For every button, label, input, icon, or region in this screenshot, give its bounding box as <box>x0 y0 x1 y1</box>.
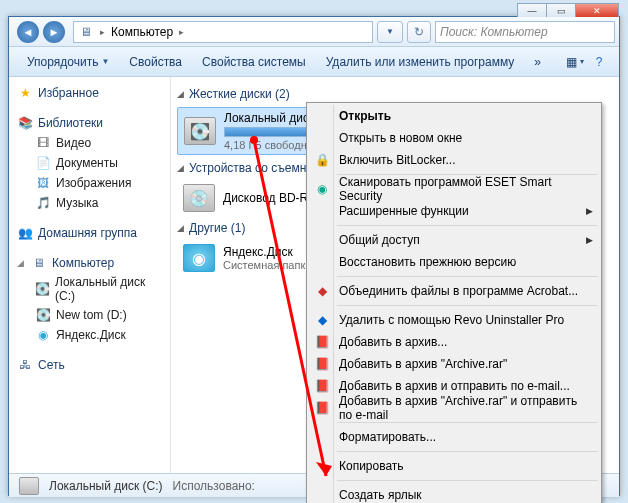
view-options-button[interactable]: ▦▾ <box>563 47 587 76</box>
drive-subtype: Системная папка <box>223 259 312 271</box>
chevron-right-icon: ▸ <box>98 27 107 37</box>
refresh-button[interactable]: ↻ <box>407 21 431 43</box>
computer-icon: 🖥 <box>31 255 47 271</box>
ctx-archive-rar-email[interactable]: 📕Добавить в архив "Archive.rar" и отправ… <box>309 397 599 419</box>
ctx-acrobat-combine[interactable]: ◆Объединить файлы в программе Acrobat... <box>309 280 599 302</box>
sidebar-item-pictures[interactable]: 🖼Изображения <box>9 173 170 193</box>
archive-icon: 📕 <box>314 334 330 350</box>
properties-button[interactable]: Свойства <box>119 47 192 76</box>
eset-icon: ◉ <box>314 181 330 197</box>
status-used-label: Использовано: <box>173 479 255 493</box>
yandex-disk-icon: ◉ <box>35 327 51 343</box>
picture-icon: 🖼 <box>35 175 51 191</box>
ctx-create-shortcut[interactable]: Создать ярлык <box>309 484 599 503</box>
collapse-icon: ◢ <box>177 163 184 173</box>
network-header[interactable]: 🖧Сеть <box>9 355 170 375</box>
sidebar-item-videos[interactable]: 🎞Видео <box>9 133 170 153</box>
submenu-arrow-icon: ▶ <box>586 235 593 245</box>
ctx-open[interactable]: Открыть <box>309 105 599 127</box>
revo-icon: ◆ <box>314 312 330 328</box>
window-controls: — ▭ ✕ <box>518 3 619 17</box>
disk-icon: 💽 <box>184 117 216 145</box>
ctx-share[interactable]: Общий доступ▶ <box>309 229 599 251</box>
collapse-icon: ◢ <box>17 258 26 268</box>
minimize-button[interactable]: — <box>517 3 547 17</box>
address-dropdown[interactable]: ▼ <box>377 21 403 43</box>
collapse-icon: ◢ <box>177 89 184 99</box>
libraries-header[interactable]: 📚Библиотеки <box>9 113 170 133</box>
submenu-arrow-icon: ▶ <box>586 206 593 216</box>
toolbar-overflow[interactable]: » <box>524 47 551 76</box>
ctx-copy[interactable]: Копировать <box>309 455 599 477</box>
favorites-header[interactable]: ★Избранное <box>9 83 170 103</box>
navigation-bar: ◄ ► 🖥 ▸ Компьютер ▸ ▼ ↻ Поиск: Компьютер <box>9 17 619 47</box>
search-input[interactable]: Поиск: Компьютер <box>435 21 615 43</box>
status-drive-name: Локальный диск (С:) <box>49 479 163 493</box>
maximize-button[interactable]: ▭ <box>546 3 576 17</box>
ctx-add-archive[interactable]: 📕Добавить в архив... <box>309 331 599 353</box>
search-placeholder: Поиск: Компьютер <box>440 25 548 39</box>
disk-icon: 💽 <box>35 307 51 323</box>
drive-name: Яндекс.Диск <box>223 245 312 259</box>
library-icon: 📚 <box>17 115 33 131</box>
back-button[interactable]: ◄ <box>17 21 39 43</box>
sidebar-item-new-tom-d[interactable]: 💽New tom (D:) <box>9 305 170 325</box>
chevron-right-icon: ▸ <box>177 27 186 37</box>
yandex-disk-icon: ◉ <box>183 244 215 272</box>
breadcrumb-computer[interactable]: Компьютер <box>111 25 173 39</box>
collapse-icon: ◢ <box>177 223 184 233</box>
ctx-bitlocker[interactable]: 🔒Включить BitLocker... <box>309 149 599 171</box>
command-bar: Упорядочить▼ Свойства Свойства системы У… <box>9 47 619 77</box>
star-icon: ★ <box>17 85 33 101</box>
archive-icon: 📕 <box>314 356 330 372</box>
uninstall-program-button[interactable]: Удалить или изменить программу <box>316 47 525 76</box>
nav-arrows: ◄ ► <box>13 19 69 45</box>
ctx-open-new-window[interactable]: Открыть в новом окне <box>309 127 599 149</box>
video-icon: 🎞 <box>35 135 51 151</box>
forward-button[interactable]: ► <box>43 21 65 43</box>
computer-header[interactable]: ◢🖥Компьютер <box>9 253 170 273</box>
optical-drive-icon: 💿 <box>183 184 215 212</box>
organize-button[interactable]: Упорядочить▼ <box>17 47 119 76</box>
archive-icon: 📕 <box>314 400 330 416</box>
ctx-add-archive-rar[interactable]: 📕Добавить в архив "Archive.rar" <box>309 353 599 375</box>
ctx-advanced[interactable]: Расширенные функции▶ <box>309 200 599 222</box>
homegroup-header[interactable]: 👥Домашняя группа <box>9 223 170 243</box>
sidebar-item-music[interactable]: 🎵Музыка <box>9 193 170 213</box>
context-menu: Открыть Открыть в новом окне 🔒Включить B… <box>306 102 602 503</box>
music-icon: 🎵 <box>35 195 51 211</box>
ctx-revo-uninstall[interactable]: ◆Удалить с помощью Revo Uninstaller Pro <box>309 309 599 331</box>
help-button[interactable]: ? <box>587 47 611 76</box>
close-button[interactable]: ✕ <box>575 3 619 17</box>
archive-icon: 📕 <box>314 378 330 394</box>
lock-icon: 🔒 <box>314 152 330 168</box>
ctx-eset-scan[interactable]: ◉Сканировать программой ESET Smart Secur… <box>309 178 599 200</box>
acrobat-icon: ◆ <box>314 283 330 299</box>
document-icon: 📄 <box>35 155 51 171</box>
ctx-restore-version[interactable]: Восстановить прежнюю версию <box>309 251 599 273</box>
network-icon: 🖧 <box>17 357 33 373</box>
sidebar-item-local-disk-c[interactable]: 💽Локальный диск (C:) <box>9 273 170 305</box>
ctx-format[interactable]: Форматировать... <box>309 426 599 448</box>
disk-icon <box>19 477 39 495</box>
homegroup-icon: 👥 <box>17 225 33 241</box>
navigation-pane: ★Избранное 📚Библиотеки 🎞Видео 📄Документы… <box>9 77 171 473</box>
disk-icon: 💽 <box>35 281 50 297</box>
system-properties-button[interactable]: Свойства системы <box>192 47 316 76</box>
computer-icon: 🖥 <box>78 24 94 40</box>
address-bar[interactable]: 🖥 ▸ Компьютер ▸ <box>73 21 373 43</box>
sidebar-item-yandex-disk[interactable]: ◉Яндекс.Диск <box>9 325 170 345</box>
sidebar-item-documents[interactable]: 📄Документы <box>9 153 170 173</box>
